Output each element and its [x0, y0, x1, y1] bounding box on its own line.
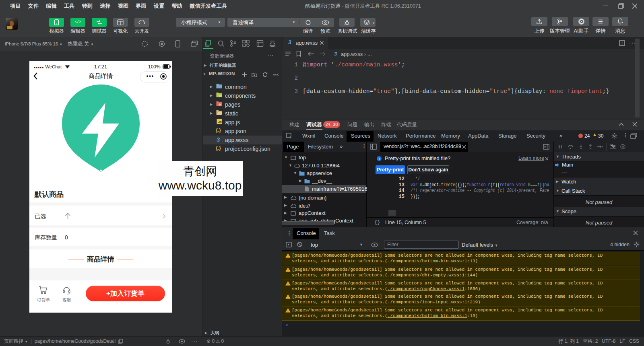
svg-text:n: n: [219, 94, 222, 98]
svg-text:JS: JS: [218, 120, 222, 124]
